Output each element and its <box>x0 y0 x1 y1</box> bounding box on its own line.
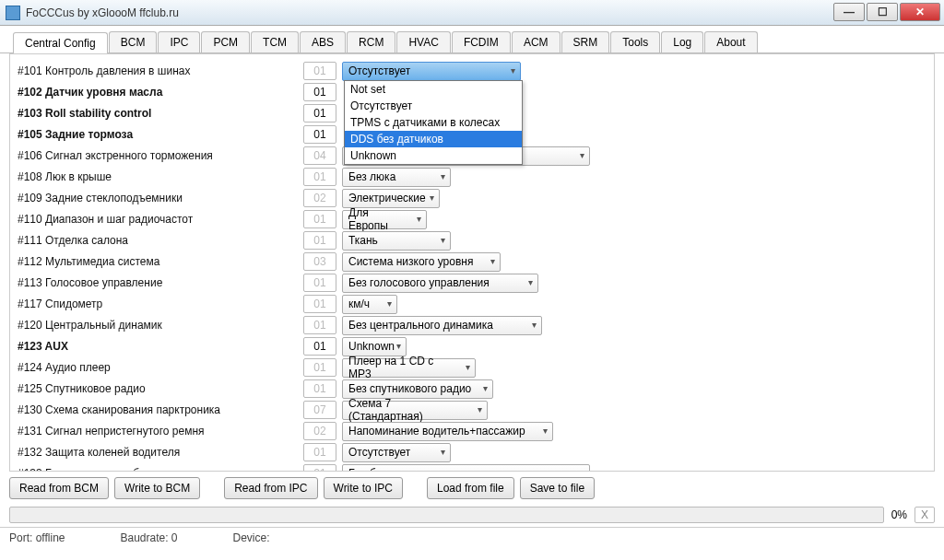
status-port: Port: offline <box>9 531 65 544</box>
progress-area: 0% X <box>9 507 935 523</box>
tab-srm[interactable]: SRM <box>561 31 610 52</box>
config-number[interactable]: 01 <box>303 379 336 398</box>
write-to-bcm-button[interactable]: Write to BCM <box>114 477 200 499</box>
config-label: #110 Диапазон и шаг радиочастот <box>18 213 303 226</box>
save-to-file-button[interactable]: Save to file <box>520 477 595 499</box>
config-combo[interactable]: Система низкого уровня <box>342 252 501 272</box>
config-label: #117 Спидометр <box>18 298 303 310</box>
config-number[interactable]: 01 <box>303 125 336 144</box>
config-label: #112 Мультимедиа система <box>18 255 303 268</box>
config-combo[interactable]: Без боковых шторок <box>342 464 590 472</box>
config-label: #120 Центральный динамик <box>18 319 303 332</box>
config-label: #124 Аудио плеер <box>18 361 303 374</box>
minimize-button[interactable]: — <box>833 3 865 21</box>
tab-acm[interactable]: ACM <box>512 31 560 52</box>
config-label: #111 Отделка салона <box>18 234 303 247</box>
config-list[interactable]: Not setОтсутствуетTPMS с датчиками в кол… <box>9 53 935 472</box>
config-label: #105 Задние тормоза <box>18 128 303 141</box>
config-combo[interactable]: Без центрального динамика <box>342 316 542 335</box>
config-number[interactable]: 01 <box>303 464 336 472</box>
config-row: #111 Отделка салона01Ткань <box>18 230 926 251</box>
config-combo[interactable]: Отсутствует <box>342 62 521 81</box>
config-number[interactable]: 02 <box>303 189 336 207</box>
tab-bcm[interactable]: BCM <box>109 31 158 52</box>
read-from-bcm-button[interactable]: Read from BCM <box>9 477 109 499</box>
config-combo[interactable]: Напоминание водитель+пассажир <box>342 422 553 441</box>
config-number[interactable]: 07 <box>303 401 336 419</box>
config-number[interactable]: 01 <box>303 104 336 122</box>
config-row: #130 Схема сканирования парктроника07Схе… <box>18 400 926 420</box>
config-label: #125 Спутниковое радио <box>18 382 303 395</box>
tab-about[interactable]: About <box>704 31 757 52</box>
config-label: #132 Защита коленей водителя <box>18 446 303 459</box>
dropdown-option[interactable]: Not set <box>345 81 522 98</box>
config-combo[interactable]: Для Европы <box>342 210 427 229</box>
tab-ipc[interactable]: IPC <box>158 31 200 52</box>
config-row: #109 Задние стеклоподъемники02Электричес… <box>18 188 926 208</box>
config-combo[interactable]: Unknown <box>342 337 407 356</box>
tpms-dropdown-list[interactable]: Not setОтсутствуетTPMS с датчиками в кол… <box>344 80 523 165</box>
config-combo[interactable]: Без голосового управления <box>342 274 538 293</box>
config-number[interactable]: 02 <box>303 422 336 440</box>
tab-bar: Central ConfigBCMIPCPCMTCMABSRCMHVACFCDI… <box>0 26 944 53</box>
config-row: #131 Сигнал непристегнутого ремня02Напом… <box>18 421 926 441</box>
status-device: Device: <box>233 531 270 544</box>
tab-tools[interactable]: Tools <box>610 31 660 52</box>
window-buttons: — ☐ ✕ <box>833 0 944 25</box>
tab-hvac[interactable]: HVAC <box>396 31 450 52</box>
config-row: #123 AUX01Unknown <box>18 336 926 356</box>
tab-central-config[interactable]: Central Config <box>13 32 108 53</box>
dropdown-option[interactable]: TPMS с датчиками в колесах <box>345 114 522 131</box>
config-row: #112 Мультимедиа система03Система низког… <box>18 251 926 272</box>
config-number[interactable]: 01 <box>303 337 336 356</box>
progress-percent: 0% <box>891 508 907 521</box>
config-number[interactable]: 01 <box>303 168 336 186</box>
tab-log[interactable]: Log <box>661 31 703 52</box>
read-from-ipc-button[interactable]: Read from IPC <box>224 477 317 499</box>
close-button[interactable]: ✕ <box>900 3 940 21</box>
config-number[interactable]: 01 <box>303 231 336 250</box>
config-label: #103 Roll stability control <box>18 107 303 120</box>
dropdown-option[interactable]: Отсутствует <box>345 98 522 114</box>
config-combo[interactable]: Без люка <box>342 168 451 187</box>
config-number[interactable]: 04 <box>303 146 336 165</box>
button-bar: Read from BCMWrite to BCMRead from IPCWr… <box>0 472 944 505</box>
config-combo[interactable]: Плеер на 1 CD с MP3 <box>342 358 476 378</box>
statusbar: Port: offline Baudrate: 0 Device: <box>0 527 944 548</box>
config-combo[interactable]: Схема 7 (Стандартная) <box>342 401 488 420</box>
tab-abs[interactable]: ABS <box>300 31 346 52</box>
window-title: FoCCCus by xGloooM ffclub.ru <box>26 6 833 19</box>
config-number[interactable]: 01 <box>303 295 336 313</box>
config-row: #132 Защита коленей водителя01Отсутствуе… <box>18 442 926 462</box>
write-to-ipc-button[interactable]: Write to IPC <box>324 477 403 499</box>
config-row: #110 Диапазон и шаг радиочастот01Для Евр… <box>18 209 926 229</box>
config-number[interactable]: 01 <box>303 443 336 461</box>
titlebar: FoCCCus by xGloooM ffclub.ru — ☐ ✕ <box>0 0 944 26</box>
config-row: #133 Боковые шторки безопасности01Без бо… <box>18 463 926 472</box>
config-number[interactable]: 01 <box>303 83 336 101</box>
dropdown-option[interactable]: Unknown <box>345 147 522 164</box>
config-number[interactable]: 01 <box>303 274 336 292</box>
config-combo[interactable]: км/ч <box>342 295 397 314</box>
dropdown-option[interactable]: DDS без датчиков <box>345 131 522 147</box>
config-label: #113 Голосовое управление <box>18 276 303 289</box>
config-combo[interactable]: Без спутникового радио <box>342 379 493 399</box>
cancel-progress-button[interactable]: X <box>914 507 935 523</box>
config-label: #133 Боковые шторки безопасности <box>18 467 303 472</box>
config-number[interactable]: 03 <box>303 252 336 271</box>
tab-rcm[interactable]: RCM <box>347 31 395 52</box>
maximize-button[interactable]: ☐ <box>867 3 898 21</box>
tab-tcm[interactable]: TCM <box>251 31 299 52</box>
load-from-file-button[interactable]: Load from file <box>427 477 514 499</box>
config-combo[interactable]: Электрические <box>342 189 440 208</box>
tab-pcm[interactable]: PCM <box>201 31 250 52</box>
tab-fcdim[interactable]: FCDIM <box>452 31 511 52</box>
config-combo[interactable]: Отсутствует <box>342 443 451 462</box>
config-number[interactable]: 01 <box>303 62 336 80</box>
config-combo[interactable]: Ткань <box>342 231 451 251</box>
config-number[interactable]: 01 <box>303 210 336 228</box>
config-label: #130 Схема сканирования парктроника <box>18 403 303 416</box>
config-number[interactable]: 01 <box>303 358 336 377</box>
config-number[interactable]: 01 <box>303 316 336 334</box>
config-label: #109 Задние стеклоподъемники <box>18 192 303 204</box>
